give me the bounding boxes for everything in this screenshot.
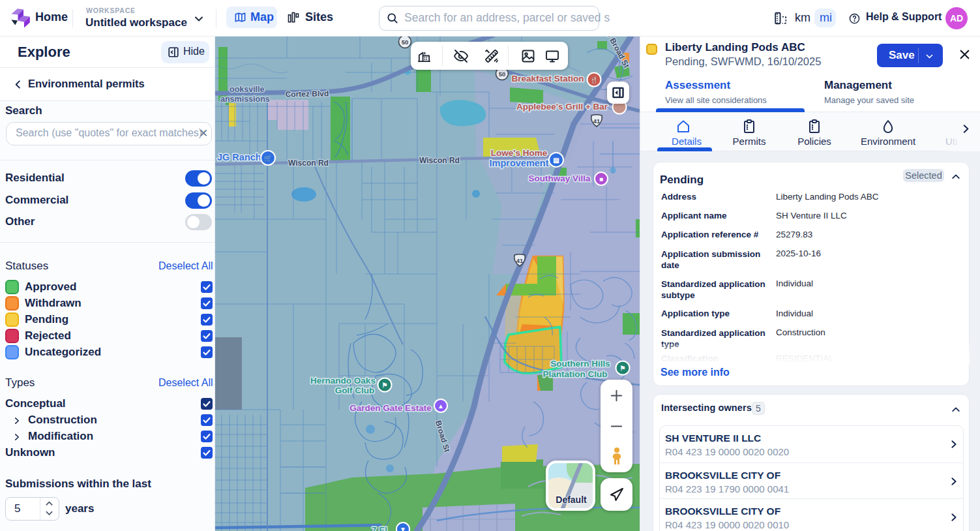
svg-text:41: 41 [593,117,601,125]
svg-text:Golf Club: Golf Club [335,386,375,395]
svg-text:⚑: ⚑ [620,365,626,372]
svg-text:▤: ▤ [553,157,559,164]
svg-text:Wiscon Rd: Wiscon Rd [419,156,460,165]
svg-text:Plantation Club: Plantation Club [543,369,608,379]
svg-text:ansmissions: ansmissions [220,95,270,104]
svg-text:Hernando Oaks: Hernando Oaks [310,376,376,386]
svg-text:Breakfast Station: Breakfast Station [511,74,584,83]
svg-text:▲: ▲ [438,402,444,410]
svg-text:Wiscon Rd: Wiscon Rd [288,159,329,168]
svg-text:JG Ranch: JG Ranch [217,152,261,162]
svg-text:41: 41 [516,257,524,264]
svg-text:50: 50 [402,38,409,46]
svg-text:▼: ▼ [400,526,406,531]
svg-text:Southern Hills: Southern Hills [550,359,610,369]
svg-text:Southway Villa: Southway Villa [528,174,591,183]
svg-text:ooksville: ooksville [230,85,265,94]
svg-text:7 El: 7 El [372,525,387,531]
svg-text:Applebee's Grill + Bar: Applebee's Grill + Bar [516,102,608,112]
svg-text:🛒: 🛒 [264,154,273,162]
svg-text:Improvement: Improvement [489,158,548,168]
svg-text:Garden Gate Estate: Garden Gate Estate [349,403,432,413]
svg-text:🍴: 🍴 [590,76,599,84]
svg-text:⚑: ⚑ [382,382,388,389]
svg-text:Cortez Blvd: Cortez Blvd [285,89,329,99]
svg-text:Lowe's Home: Lowe's Home [491,148,548,158]
svg-text:■: ■ [599,175,603,183]
svg-text:50: 50 [499,70,506,78]
